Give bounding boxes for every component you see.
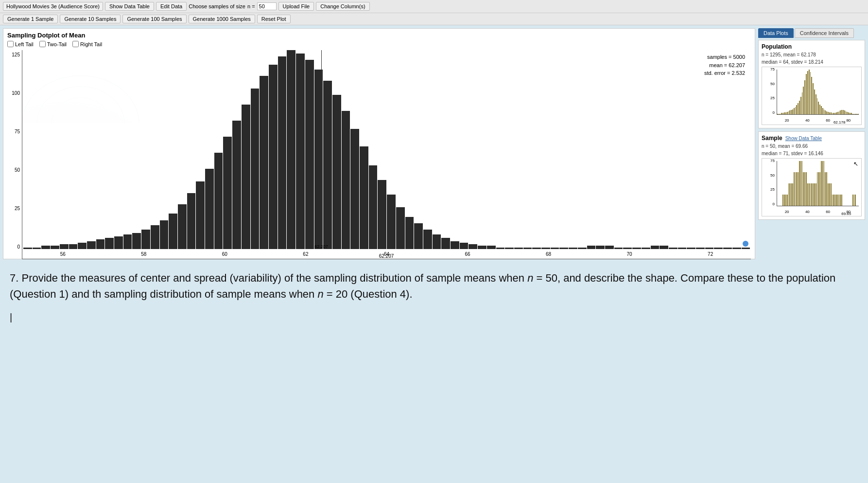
bar bbox=[260, 76, 268, 249]
bar bbox=[433, 234, 441, 249]
edit-data-btn[interactable]: Edit Data bbox=[156, 2, 187, 11]
tail-options: Left Tail Two-Tail Right Tail bbox=[3, 40, 755, 48]
two-tail-checkbox[interactable] bbox=[39, 41, 46, 47]
main-mean-label: 62.207 bbox=[314, 244, 328, 249]
sample-bar bbox=[811, 183, 812, 206]
sample-bar bbox=[806, 172, 807, 206]
sample-bar bbox=[819, 172, 820, 206]
sample-bar bbox=[840, 195, 841, 206]
left-tail-checkbox[interactable] bbox=[7, 41, 14, 47]
pop-bar bbox=[826, 111, 827, 114]
pop-bar bbox=[816, 94, 816, 114]
reset-plot-btn[interactable]: Reset Plot bbox=[257, 15, 291, 23]
population-title: Population bbox=[762, 43, 862, 50]
pop-y-0: 0 bbox=[773, 110, 775, 115]
main-area: Sampling Dotplot of Mean Left Tail Two-T… bbox=[0, 25, 868, 262]
sample-stats-line2: median = 71, stdev = 16.146 bbox=[762, 150, 862, 157]
sample-bar bbox=[800, 161, 801, 206]
pop-bar bbox=[837, 112, 838, 114]
sample-bar bbox=[807, 183, 808, 206]
pop-bar bbox=[810, 72, 811, 114]
pop-bar bbox=[809, 70, 810, 114]
dataset-dropdown[interactable]: Hollywood Movies 3e (Audience Score) bbox=[3, 2, 103, 11]
pop-bar bbox=[799, 101, 800, 114]
bar bbox=[405, 217, 414, 249]
left-tail-label: Left Tail bbox=[15, 41, 34, 47]
bar bbox=[178, 204, 187, 249]
bar bbox=[251, 89, 260, 249]
pop-bar bbox=[848, 112, 849, 114]
sample-bar bbox=[796, 172, 797, 206]
sample-bar bbox=[822, 161, 823, 206]
pop-bar bbox=[817, 98, 818, 114]
population-stats-line1: n = 1295, mean = 62.178 bbox=[762, 51, 862, 58]
pop-mini-x-labels: 20 40 60 80 bbox=[777, 116, 859, 125]
pop-bar bbox=[840, 110, 841, 114]
y-label-125: 125 bbox=[12, 52, 20, 57]
pop-bar bbox=[841, 110, 842, 114]
two-tail-option[interactable]: Two-Tail bbox=[39, 41, 67, 47]
bar bbox=[87, 241, 96, 249]
pop-y-75: 75 bbox=[770, 67, 775, 72]
sample-y-25: 25 bbox=[770, 187, 775, 192]
sample-bar bbox=[791, 183, 792, 206]
pop-y-50: 50 bbox=[770, 82, 775, 86]
sample-size-container: Choose samples of size n = bbox=[189, 2, 276, 10]
pop-bar bbox=[847, 112, 848, 114]
generate-1000-btn[interactable]: Generate 1000 Samples bbox=[189, 15, 255, 23]
bar bbox=[160, 220, 169, 249]
bar bbox=[214, 153, 223, 249]
sample-size-input[interactable] bbox=[257, 2, 277, 10]
question-number: 7. bbox=[10, 272, 18, 284]
blue-dot bbox=[743, 241, 748, 247]
bar bbox=[414, 223, 423, 249]
generate-100-btn[interactable]: Generate 100 Samples bbox=[122, 15, 186, 23]
bar bbox=[105, 238, 114, 249]
right-tail-option[interactable]: Right Tail bbox=[72, 41, 102, 47]
stats-overlay: samples = 5000 mean = 62.207 std. error … bbox=[704, 53, 745, 77]
bar bbox=[460, 243, 469, 249]
bar bbox=[487, 246, 496, 249]
generate-10-btn[interactable]: Generate 10 Samples bbox=[60, 15, 121, 23]
sample-header: Sample Show Data Table bbox=[762, 135, 862, 142]
show-data-table-link[interactable]: Show Data Table bbox=[785, 136, 822, 141]
sample-bar bbox=[795, 172, 796, 206]
pop-bar bbox=[779, 114, 780, 114]
pop-bar bbox=[789, 110, 790, 114]
sample-bar bbox=[836, 195, 837, 206]
sample-mini-y-labels: 75 50 25 0 bbox=[762, 159, 776, 206]
bar bbox=[332, 95, 341, 249]
sample-bar bbox=[809, 183, 810, 206]
bar bbox=[114, 236, 123, 249]
sample-bar bbox=[787, 195, 788, 206]
left-tail-option[interactable]: Left Tail bbox=[7, 41, 34, 47]
sample-mean-marker: 69.65 bbox=[841, 212, 851, 216]
show-data-table-btn[interactable]: Show Data Table bbox=[105, 2, 154, 11]
pop-bar bbox=[806, 74, 807, 114]
pop-bar bbox=[819, 105, 820, 114]
pop-bar bbox=[794, 108, 795, 114]
sample-title: Sample bbox=[762, 135, 782, 142]
upload-file-btn[interactable]: Upload File bbox=[278, 2, 314, 11]
bar bbox=[441, 238, 450, 249]
x-label-66: 66 bbox=[465, 251, 470, 257]
change-columns-btn[interactable]: Change Column(s) bbox=[316, 2, 369, 11]
tab-confidence-intervals[interactable]: Confidence Intervals bbox=[795, 28, 854, 38]
pop-bar bbox=[844, 110, 845, 114]
question-text: Provide the measures of center and sprea… bbox=[10, 272, 835, 300]
bar bbox=[78, 243, 87, 249]
pop-bar bbox=[798, 103, 799, 114]
pop-bar bbox=[782, 113, 783, 114]
tab-data-plots[interactable]: Data Plots bbox=[758, 28, 794, 38]
generate-1-btn[interactable]: Generate 1 Sample bbox=[3, 15, 58, 23]
bar bbox=[151, 225, 159, 249]
bar bbox=[378, 180, 386, 249]
sample-bar bbox=[826, 172, 827, 206]
pop-mini-bars bbox=[777, 70, 859, 114]
n-symbol: n = bbox=[247, 3, 255, 9]
bar bbox=[323, 81, 332, 249]
right-tail-checkbox[interactable] bbox=[72, 41, 79, 47]
sample-bar bbox=[788, 183, 789, 206]
y-label-75: 75 bbox=[15, 129, 20, 134]
sample-bar bbox=[798, 172, 799, 206]
